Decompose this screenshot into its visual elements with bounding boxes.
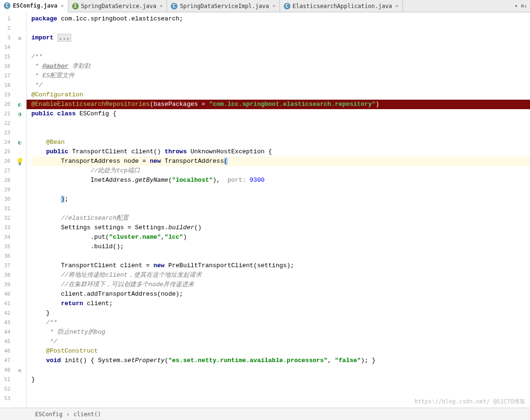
code-text: Settings settings = Settings. — [31, 224, 168, 231]
code-text: } — [31, 309, 50, 317]
line-number: 44 — [0, 327, 13, 337]
line-number: 14 — [0, 43, 13, 52]
paren: ( — [224, 158, 228, 165]
code-text: ESConfig { — [79, 110, 116, 117]
tab-springdataserviceimpl[interactable]: C SpringDataServiceImpl.java × — [167, 0, 279, 12]
line-number: 48 — [0, 365, 13, 375]
javadoc-tag: @author — [42, 63, 68, 70]
string: "cluster.name" — [109, 233, 161, 241]
code-text: com.lcc.springboot.elasticsearch; — [57, 15, 183, 22]
keyword: throws — [165, 148, 191, 155]
comment: //此处为tcp端口 — [91, 167, 140, 174]
line-number: 30 — [0, 195, 13, 204]
breadcrumb-class[interactable]: ESConfig — [35, 411, 63, 418]
code-text: (basePackages = — [150, 101, 209, 108]
code-text: ) — [376, 101, 380, 108]
code-text: .build(); — [31, 243, 124, 250]
editor-tabs: C ESConfig.java × I SpringDataService.ja… — [0, 0, 530, 12]
line-number: 46 — [0, 346, 13, 356]
line-number: 25 — [0, 147, 13, 157]
line-number: 17 — [0, 71, 13, 81]
code-text — [31, 167, 91, 174]
keyword: void — [31, 357, 65, 364]
line-number: 53 — [0, 394, 13, 403]
line-number: 27 — [0, 166, 13, 176]
close-icon[interactable]: × — [395, 3, 399, 9]
code-editor[interactable]: 1231415161718192021222324252627282930313… — [0, 12, 530, 408]
line-number: 1 — [0, 14, 13, 24]
line-number: 41 — [0, 299, 13, 308]
close-icon[interactable]: × — [61, 3, 64, 9]
bulb-icon[interactable]: 💡 — [16, 158, 24, 165]
comment: /** — [31, 53, 42, 60]
close-icon[interactable]: × — [272, 3, 276, 9]
line-number: 52 — [0, 384, 13, 394]
comment: * — [31, 63, 42, 70]
comment: * 防止netty的bug — [31, 328, 105, 336]
comment: /** — [31, 319, 57, 326]
method: builder — [168, 224, 195, 231]
gutter-icons: ⊞ ◐ ◑ ◐ 💡 ⊞ — [13, 12, 27, 408]
code-text: ( — [165, 357, 168, 364]
breadcrumb: ESConfig › client() — [0, 408, 530, 420]
code-text: InetAddress. — [31, 177, 135, 184]
tabs-overflow[interactable]: ▾ ≡₅ — [515, 3, 530, 9]
code-text: init() { System. — [65, 357, 124, 364]
watermark: https://blog.csdn.net/ @51CTO博客 — [414, 398, 525, 406]
breadcrumb-method[interactable]: client() — [74, 411, 101, 418]
line-number: 24 — [0, 138, 13, 147]
line-number: 28 — [0, 176, 13, 185]
comment: //elasticsearch配置 — [61, 215, 129, 222]
folded-icon[interactable]: ... — [57, 34, 71, 42]
line-number: 19 — [0, 90, 13, 100]
line-number: 31 — [0, 204, 13, 214]
line-number: 34 — [0, 233, 13, 242]
tab-springdataservice[interactable]: I SpringDataService.java × — [68, 0, 167, 12]
keyword: import — [31, 34, 57, 41]
line-number: 18 — [0, 81, 13, 90]
annotation: @Configuration — [31, 91, 83, 98]
number: 9300 — [250, 177, 264, 184]
annotation: @Bean — [31, 139, 65, 146]
interface-icon: I — [72, 3, 79, 9]
code-text: .put( — [31, 233, 109, 241]
code-text — [31, 215, 61, 222]
tab-elasticsearchapplication[interactable]: C ElasticsearchApplication.java × — [280, 0, 403, 12]
string: "lcc" — [165, 233, 183, 241]
nav-icon[interactable]: ◐ — [18, 101, 21, 108]
keyword: new — [150, 158, 165, 165]
nav-icon[interactable]: ◑ — [18, 111, 21, 117]
code-area[interactable]: package com.lcc.springboot.elasticsearch… — [27, 12, 530, 408]
line-number: 2 — [0, 24, 13, 33]
code-text: UnknownHostException { — [190, 148, 272, 155]
string: "false" — [335, 357, 361, 364]
line-number: 39 — [0, 280, 13, 289]
string: "es.set.netty.runtime.available.processo… — [168, 357, 327, 364]
tab-esconfig[interactable]: C ESConfig.java × — [0, 0, 68, 12]
fold-icon[interactable]: ⊞ — [18, 368, 21, 373]
keyword: package — [31, 15, 57, 22]
highlighted-line: @EnableElasticsearchRepositories(basePac… — [27, 100, 530, 109]
fold-icon[interactable]: ⊞ — [18, 36, 21, 41]
line-number: 20 — [0, 100, 13, 109]
keyword: new — [153, 262, 168, 269]
nav-icon[interactable]: ◐ — [18, 139, 21, 146]
code-text: TransportAddress — [165, 158, 224, 165]
line-number: 33 — [0, 223, 13, 233]
code-text — [31, 281, 61, 288]
code-text — [31, 271, 61, 279]
tab-label: ElasticsearchApplication.java — [293, 3, 392, 9]
keyword: public — [46, 148, 72, 155]
close-icon[interactable]: × — [160, 3, 163, 9]
method: setProperty — [124, 357, 165, 364]
keyword: return — [61, 300, 87, 307]
comment: //在集群环境下，可以创建多个node并传递进来 — [61, 281, 194, 288]
code-text: , — [161, 233, 165, 241]
code-text: ); } — [361, 357, 375, 364]
line-numbers: 1231415161718192021222324252627282930313… — [0, 12, 13, 408]
comment: */ — [31, 338, 57, 345]
code-text: PreBuiltTransportClient(settings); — [168, 262, 294, 269]
line-number: 47 — [0, 356, 13, 365]
code-text: } — [31, 376, 35, 383]
tab-label: ESConfig.java — [13, 2, 57, 9]
